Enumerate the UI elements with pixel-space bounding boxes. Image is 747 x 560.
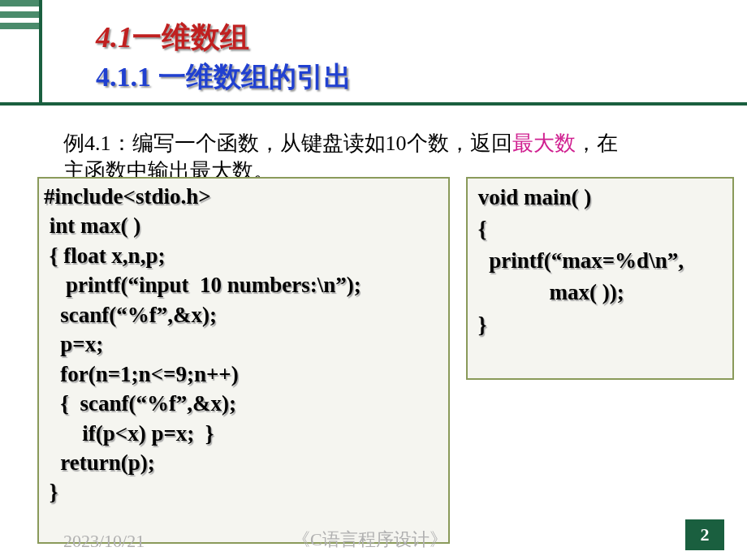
decor-bar: [0, 11, 39, 18]
code-line: }: [44, 477, 443, 506]
code-line: {: [473, 213, 728, 245]
decor-bar: [0, 23, 39, 29]
subsection-heading: 4.1.1 一维数组的引出: [96, 58, 352, 96]
footer-date: 2023/10/21: [63, 531, 145, 552]
example-highlight: 最大数: [512, 131, 576, 155]
code-line: { float x,n,p;: [44, 241, 443, 270]
section-heading: 4.1一维数组: [96, 18, 249, 58]
section-number: 4.1: [96, 21, 132, 54]
decor-horizontal: [0, 102, 747, 106]
section-title: 一维数组: [132, 21, 249, 54]
code-line: { scanf(“%f”,&x);: [44, 389, 443, 418]
footer-title: 《C语言程序设计》: [292, 528, 447, 552]
code-line: p=x;: [44, 330, 443, 359]
code-line: #include<stdio.h>: [44, 182, 443, 211]
slide-decoration: [0, 0, 42, 106]
example-prefix: 例4.1：编写一个函数，从键盘读如10个数，返回: [63, 131, 512, 155]
example-suffix: ，在: [576, 131, 618, 155]
code-line: }: [473, 309, 728, 341]
page-number: 2: [685, 519, 724, 550]
code-line: scanf(“%f”,&x);: [44, 300, 443, 330]
code-line: max( ));: [473, 277, 728, 308]
code-line: printf(“input 10 numbers:\n”);: [44, 270, 443, 299]
code-line: int max( ): [44, 211, 443, 240]
decor-bar: [0, 0, 39, 6]
code-line: return(p);: [44, 448, 443, 477]
code-block-right: void main( ) { printf(“max=%d\n”, max( )…: [466, 177, 734, 380]
code-block-left: #include<stdio.h> int max( ) { float x,n…: [37, 177, 450, 544]
decor-vertical: [39, 0, 42, 106]
code-line: for(n=1;n<=9;n++): [44, 360, 443, 389]
code-line: printf(“max=%d\n”,: [473, 245, 728, 277]
code-line: if(p<x) p=x; }: [44, 419, 443, 448]
code-line: void main( ): [473, 182, 728, 213]
